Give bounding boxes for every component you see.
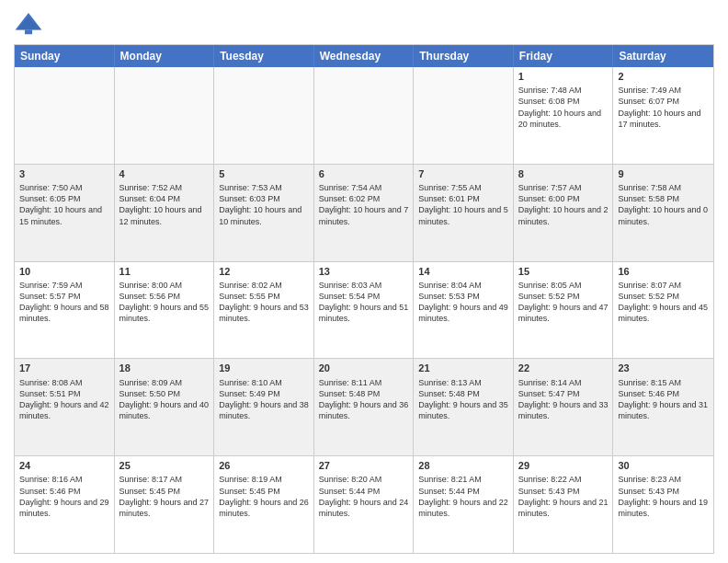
day-number: 11 <box>119 265 210 278</box>
cal-cell-3-1: 10 Sunrise: 7:59 AMSunset: 5:57 PMDaylig… <box>15 262 115 359</box>
cell-info: Sunrise: 8:07 AMSunset: 5:52 PMDaylight:… <box>618 280 709 325</box>
cal-cell-1-5 <box>414 67 514 164</box>
day-number: 12 <box>219 265 309 278</box>
cal-cell-1-1 <box>15 67 115 164</box>
cal-cell-3-7: 16 Sunrise: 8:07 AMSunset: 5:52 PMDaylig… <box>613 262 713 359</box>
day-number: 22 <box>518 362 609 374</box>
cell-info: Sunrise: 8:14 AMSunset: 5:47 PMDaylight:… <box>518 377 609 422</box>
cal-cell-5-6: 29 Sunrise: 8:22 AMSunset: 5:43 PMDaylig… <box>514 456 614 553</box>
day-number: 25 <box>119 459 210 472</box>
cell-info: Sunrise: 7:55 AMSunset: 6:01 PMDaylight:… <box>418 182 508 227</box>
cal-cell-4-3: 19 Sunrise: 8:10 AMSunset: 5:49 PMDaylig… <box>214 359 314 455</box>
cell-info: Sunrise: 8:05 AMSunset: 5:52 PMDaylight:… <box>518 280 609 325</box>
day-number: 20 <box>319 362 409 374</box>
day-number: 18 <box>119 362 210 374</box>
day-number: 14 <box>418 265 508 278</box>
day-number: 30 <box>618 459 709 472</box>
cell-info: Sunrise: 7:52 AMSunset: 6:04 PMDaylight:… <box>119 182 210 227</box>
cell-info: Sunrise: 8:20 AMSunset: 5:44 PMDaylight:… <box>319 474 409 519</box>
day-number: 5 <box>219 167 309 180</box>
cal-cell-1-4 <box>314 67 415 164</box>
cell-info: Sunrise: 8:21 AMSunset: 5:44 PMDaylight:… <box>418 474 508 519</box>
day-number: 21 <box>418 362 508 374</box>
day-number: 3 <box>19 167 109 180</box>
day-number: 19 <box>219 362 309 374</box>
day-number: 9 <box>618 167 709 180</box>
cell-info: Sunrise: 8:23 AMSunset: 5:43 PMDaylight:… <box>618 474 709 519</box>
cal-cell-3-5: 14 Sunrise: 8:04 AMSunset: 5:53 PMDaylig… <box>414 262 514 359</box>
day-number: 10 <box>19 265 109 278</box>
day-number: 7 <box>418 167 508 180</box>
cal-cell-4-6: 22 Sunrise: 8:14 AMSunset: 5:47 PMDaylig… <box>514 359 614 455</box>
cell-info: Sunrise: 8:11 AMSunset: 5:48 PMDaylight:… <box>319 377 409 422</box>
cal-cell-4-7: 23 Sunrise: 8:15 AMSunset: 5:46 PMDaylig… <box>613 359 713 455</box>
cell-info: Sunrise: 8:13 AMSunset: 5:48 PMDaylight:… <box>418 377 508 422</box>
day-number: 26 <box>219 459 309 472</box>
header-thursday: Thursday <box>414 45 514 67</box>
day-number: 4 <box>119 167 210 180</box>
cal-cell-2-3: 5 Sunrise: 7:53 AMSunset: 6:03 PMDayligh… <box>214 165 314 261</box>
cell-info: Sunrise: 7:54 AMSunset: 6:02 PMDaylight:… <box>319 182 409 227</box>
cell-info: Sunrise: 7:53 AMSunset: 6:03 PMDaylight:… <box>219 182 309 227</box>
header-tuesday: Tuesday <box>214 45 314 67</box>
cell-info: Sunrise: 8:02 AMSunset: 5:55 PMDaylight:… <box>219 280 309 325</box>
cell-info: Sunrise: 7:57 AMSunset: 6:00 PMDaylight:… <box>518 182 609 227</box>
cell-info: Sunrise: 8:04 AMSunset: 5:53 PMDaylight:… <box>418 280 508 325</box>
cal-cell-1-7: 2 Sunrise: 7:49 AMSunset: 6:07 PMDayligh… <box>613 67 713 164</box>
day-number: 24 <box>19 459 109 472</box>
week-row-5: 24 Sunrise: 8:16 AMSunset: 5:46 PMDaylig… <box>15 455 713 553</box>
day-number: 6 <box>319 167 409 180</box>
day-number: 8 <box>518 167 609 180</box>
cal-cell-2-4: 6 Sunrise: 7:54 AMSunset: 6:02 PMDayligh… <box>314 165 415 261</box>
cell-info: Sunrise: 8:09 AMSunset: 5:50 PMDaylight:… <box>119 377 210 422</box>
cal-cell-5-7: 30 Sunrise: 8:23 AMSunset: 5:43 PMDaylig… <box>613 456 713 553</box>
week-row-4: 17 Sunrise: 8:08 AMSunset: 5:51 PMDaylig… <box>15 358 713 455</box>
header-sunday: Sunday <box>15 45 115 67</box>
header-friday: Friday <box>514 45 614 67</box>
logo <box>14 9 47 39</box>
calendar-header: Sunday Monday Tuesday Wednesday Thursday… <box>15 45 713 67</box>
day-number: 27 <box>319 459 409 472</box>
cell-info: Sunrise: 8:22 AMSunset: 5:43 PMDaylight:… <box>518 474 609 519</box>
day-number: 13 <box>319 265 409 278</box>
cal-cell-5-4: 27 Sunrise: 8:20 AMSunset: 5:44 PMDaylig… <box>314 456 415 553</box>
cell-info: Sunrise: 8:17 AMSunset: 5:45 PMDaylight:… <box>119 474 210 519</box>
cal-cell-4-4: 20 Sunrise: 8:11 AMSunset: 5:48 PMDaylig… <box>314 359 415 455</box>
cell-info: Sunrise: 8:00 AMSunset: 5:56 PMDaylight:… <box>119 280 210 325</box>
header-monday: Monday <box>115 45 215 67</box>
cell-info: Sunrise: 8:16 AMSunset: 5:46 PMDaylight:… <box>19 474 109 519</box>
cal-cell-5-1: 24 Sunrise: 8:16 AMSunset: 5:46 PMDaylig… <box>15 456 115 553</box>
cal-cell-3-6: 15 Sunrise: 8:05 AMSunset: 5:52 PMDaylig… <box>514 262 614 359</box>
week-row-3: 10 Sunrise: 7:59 AMSunset: 5:57 PMDaylig… <box>15 261 713 359</box>
cell-info: Sunrise: 8:15 AMSunset: 5:46 PMDaylight:… <box>618 377 709 422</box>
cal-cell-2-7: 9 Sunrise: 7:58 AMSunset: 5:58 PMDayligh… <box>613 165 713 261</box>
cell-info: Sunrise: 8:08 AMSunset: 5:51 PMDaylight:… <box>19 377 109 422</box>
day-number: 1 <box>518 70 609 83</box>
cell-info: Sunrise: 8:19 AMSunset: 5:45 PMDaylight:… <box>219 474 309 519</box>
cal-cell-5-3: 26 Sunrise: 8:19 AMSunset: 5:45 PMDaylig… <box>214 456 314 553</box>
cal-cell-4-2: 18 Sunrise: 8:09 AMSunset: 5:50 PMDaylig… <box>115 359 215 455</box>
calendar-body: 1 Sunrise: 7:48 AMSunset: 6:08 PMDayligh… <box>15 67 713 553</box>
svg-rect-3 <box>25 29 32 34</box>
header-saturday: Saturday <box>613 45 713 67</box>
page: Sunday Monday Tuesday Wednesday Thursday… <box>0 0 728 563</box>
cal-cell-1-6: 1 Sunrise: 7:48 AMSunset: 6:08 PMDayligh… <box>514 67 614 164</box>
day-number: 23 <box>618 362 709 374</box>
cal-cell-2-6: 8 Sunrise: 7:57 AMSunset: 6:00 PMDayligh… <box>514 165 614 261</box>
cal-cell-1-3 <box>214 67 314 164</box>
cal-cell-2-5: 7 Sunrise: 7:55 AMSunset: 6:01 PMDayligh… <box>414 165 514 261</box>
cell-info: Sunrise: 7:49 AMSunset: 6:07 PMDaylight:… <box>618 85 709 130</box>
cell-info: Sunrise: 8:03 AMSunset: 5:54 PMDaylight:… <box>319 280 409 325</box>
cal-cell-2-2: 4 Sunrise: 7:52 AMSunset: 6:04 PMDayligh… <box>115 165 215 261</box>
calendar: Sunday Monday Tuesday Wednesday Thursday… <box>14 44 714 554</box>
cal-cell-4-1: 17 Sunrise: 8:08 AMSunset: 5:51 PMDaylig… <box>15 359 115 455</box>
cell-info: Sunrise: 8:10 AMSunset: 5:49 PMDaylight:… <box>219 377 309 422</box>
cell-info: Sunrise: 7:50 AMSunset: 6:05 PMDaylight:… <box>19 182 109 227</box>
week-row-2: 3 Sunrise: 7:50 AMSunset: 6:05 PMDayligh… <box>15 164 713 261</box>
day-number: 2 <box>618 70 709 83</box>
cal-cell-3-4: 13 Sunrise: 8:03 AMSunset: 5:54 PMDaylig… <box>314 262 415 359</box>
day-number: 17 <box>19 362 109 374</box>
cal-cell-5-2: 25 Sunrise: 8:17 AMSunset: 5:45 PMDaylig… <box>115 456 215 553</box>
cal-cell-1-2 <box>115 67 215 164</box>
header <box>14 9 714 39</box>
